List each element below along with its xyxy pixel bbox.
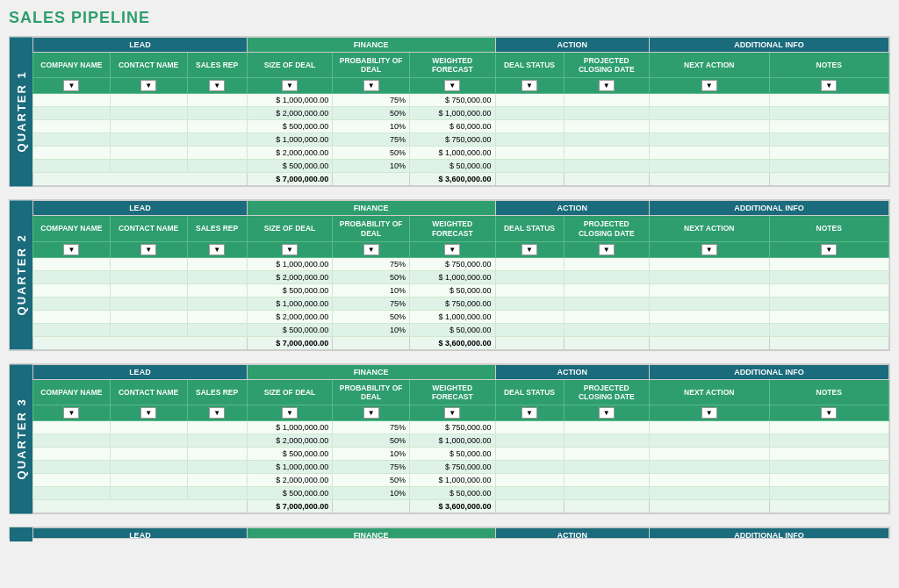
cell-company [33, 434, 111, 448]
filter-weighted[interactable]: ▼ [410, 78, 496, 94]
filter-next[interactable]: ▼ [650, 78, 770, 94]
col-sales-rep: SALES REP [187, 216, 247, 241]
cell-weighted: $ 1,000,000.00 [410, 434, 496, 448]
col-notes: NOTES [769, 53, 889, 78]
cell-closing [564, 120, 650, 133]
cell-notes [769, 257, 889, 270]
filter-deal[interactable]: ▼ [247, 405, 333, 421]
filter-next[interactable]: ▼ [650, 405, 770, 421]
filter-weighted[interactable]: ▼ [410, 405, 496, 421]
finance-group-header: FINANCE [247, 364, 495, 379]
cell-company [33, 107, 111, 120]
cell-status [495, 120, 564, 133]
cell-deal: $ 500,000.00 [247, 487, 333, 500]
cell-weighted: $ 750,000.00 [410, 421, 496, 434]
cell-contact [110, 160, 187, 173]
filter-prob[interactable]: ▼ [333, 405, 410, 421]
cell-status [495, 310, 564, 323]
cell-salesrep [187, 421, 247, 434]
cell-company [33, 323, 111, 336]
cell-closing [564, 297, 650, 310]
cell-notes [769, 283, 889, 297]
total-deal: $ 7,000,000.00 [247, 500, 333, 513]
lead-group-header: LEAD [33, 38, 248, 53]
cell-weighted: $ 1,000,000.00 [410, 107, 496, 120]
total-weighted: $ 3,600,000.00 [410, 173, 496, 186]
action-group-header: ACTION [495, 38, 650, 53]
cell-company [33, 133, 111, 147]
filter-company[interactable]: ▼ [33, 405, 111, 421]
cell-contact [110, 448, 187, 461]
cell-company [33, 487, 111, 500]
total-prob-blank [333, 173, 410, 186]
cell-status [495, 133, 564, 147]
filter-contact[interactable]: ▼ [110, 405, 187, 421]
total-prob-blank [333, 500, 410, 513]
cell-salesrep [187, 310, 247, 323]
cell-deal: $ 2,000,000.00 [247, 107, 333, 120]
cell-contact [110, 94, 187, 107]
filter-company[interactable]: ▼ [33, 78, 111, 94]
cell-company [33, 474, 111, 487]
filter-weighted[interactable]: ▼ [410, 241, 496, 257]
filter-contact[interactable]: ▼ [110, 78, 187, 94]
cell-deal: $ 2,000,000.00 [247, 434, 333, 448]
cell-contact [110, 461, 187, 474]
filter-salesrep[interactable]: ▼ [187, 78, 247, 94]
col-next-action: NEXT ACTION [650, 53, 770, 78]
bottom-action-header: ACTION [495, 528, 650, 539]
cell-notes [769, 160, 889, 173]
filter-prob[interactable]: ▼ [333, 78, 410, 94]
filter-status[interactable]: ▼ [495, 241, 564, 257]
cell-salesrep [187, 270, 247, 283]
col-weighted-forecast: WEIGHTED FORECAST [410, 53, 496, 78]
cell-notes [769, 474, 889, 487]
cell-notes [769, 487, 889, 500]
filter-notes[interactable]: ▼ [769, 405, 889, 421]
cell-salesrep [187, 107, 247, 120]
cell-prob: 75% [333, 297, 410, 310]
quarter-1-label: QUARTER 1 [10, 37, 32, 186]
cell-closing [564, 257, 650, 270]
filter-closing[interactable]: ▼ [564, 241, 650, 257]
col-contact-name: CONTACT NAME [110, 216, 187, 241]
cell-contact [110, 297, 187, 310]
cell-salesrep [187, 487, 247, 500]
filter-closing[interactable]: ▼ [564, 405, 650, 421]
filter-closing[interactable]: ▼ [564, 78, 650, 94]
filter-deal[interactable]: ▼ [247, 241, 333, 257]
table-row: $ 2,000,000.00 50% $ 1,000,000.00 [33, 474, 889, 487]
filter-status[interactable]: ▼ [495, 405, 564, 421]
col-projected-closing: PROJECTED CLOSING DATE [564, 379, 650, 405]
cell-prob: 10% [333, 120, 410, 133]
cell-next [650, 283, 770, 297]
cell-weighted: $ 50,000.00 [410, 283, 496, 297]
filter-notes[interactable]: ▼ [769, 241, 889, 257]
cell-salesrep [187, 133, 247, 147]
filter-company[interactable]: ▼ [33, 241, 111, 257]
col-projected-closing: PROJECTED CLOSING DATE [564, 216, 650, 241]
cell-salesrep [187, 448, 247, 461]
total-closing-blank [564, 336, 650, 349]
cell-notes [769, 297, 889, 310]
cell-status [495, 474, 564, 487]
cell-next [650, 434, 770, 448]
filter-salesrep[interactable]: ▼ [187, 405, 247, 421]
cell-status [495, 461, 564, 474]
filter-deal[interactable]: ▼ [247, 78, 333, 94]
cell-salesrep [187, 283, 247, 297]
filter-salesrep[interactable]: ▼ [187, 241, 247, 257]
cell-company [33, 270, 111, 283]
cell-next [650, 120, 770, 133]
col-probability: PROBABILITY OF DEAL [333, 379, 410, 405]
cell-notes [769, 94, 889, 107]
filter-status[interactable]: ▼ [495, 78, 564, 94]
cell-weighted: $ 50,000.00 [410, 487, 496, 500]
filter-prob[interactable]: ▼ [333, 241, 410, 257]
cell-weighted: $ 750,000.00 [410, 133, 496, 147]
cell-prob: 75% [333, 461, 410, 474]
filter-notes[interactable]: ▼ [769, 78, 889, 94]
filter-contact[interactable]: ▼ [110, 241, 187, 257]
filter-next[interactable]: ▼ [650, 241, 770, 257]
cell-contact [110, 257, 187, 270]
